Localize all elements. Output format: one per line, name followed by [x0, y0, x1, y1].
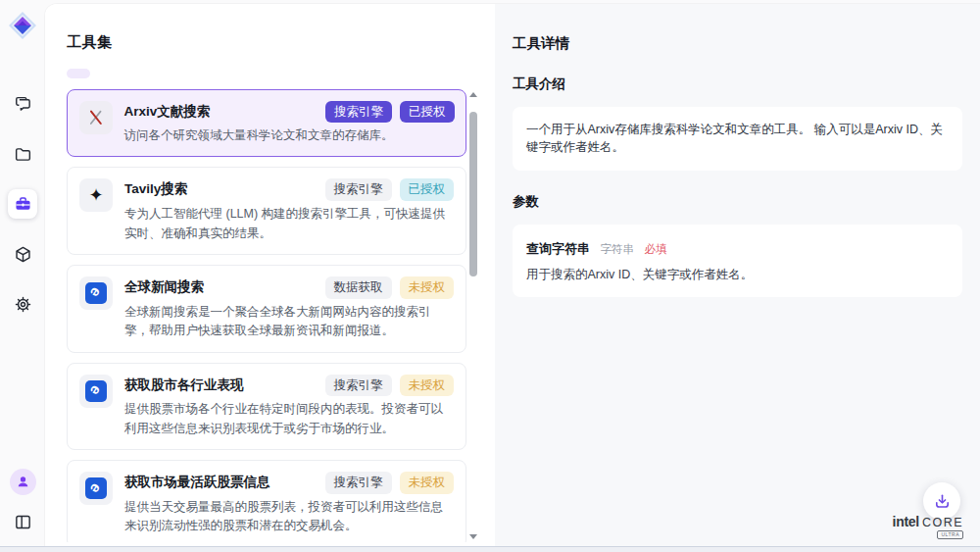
news-aggregator-icon: e	[85, 282, 107, 304]
tool-badges: 搜索引擎 未授权	[325, 472, 455, 494]
tool-title: 全球新闻搜索	[124, 276, 318, 296]
toolbox-icon[interactable]	[8, 189, 37, 219]
param-name: 查询字符串	[526, 241, 590, 256]
detail-title: 工具详情	[513, 34, 962, 53]
tool-body: Arxiv文献搜索 搜索引擎 已授权 访问各个研究领域大量科学论文和文章的存储库…	[124, 101, 455, 146]
left-rail	[0, 0, 45, 546]
settings-gear-icon[interactable]	[8, 289, 37, 319]
app-logo-icon	[8, 11, 37, 40]
rail-nav	[8, 89, 37, 319]
toolset-panel: 工具集 ✦ e	[45, 4, 495, 546]
page-title: 工具集	[67, 33, 495, 52]
intro-heading: 工具介绍	[513, 75, 962, 93]
tool-title: Tavily搜索	[124, 178, 318, 198]
tool-card[interactable]: ✦ e Tavily搜索	[67, 167, 466, 255]
param-type: 字符串	[600, 243, 634, 255]
tool-card[interactable]: ✦ e 全球新闻搜索 数据	[67, 265, 466, 353]
tool-body: Tavily搜索 搜索引擎 已授权 专为人工智能代理 (LLM) 构建的搜索引擎…	[124, 178, 454, 243]
category-badge: 搜索引擎	[325, 375, 392, 397]
tool-icon: ✦ e	[79, 101, 113, 134]
window-bottom-edge	[0, 546, 980, 552]
user-avatar[interactable]	[10, 469, 36, 495]
tool-description: 专为人工智能代理 (LLM) 构建的搜索引擎工具，可快速提供实时、准确和真实的结…	[124, 205, 454, 243]
tool-icon: ✦ e	[79, 375, 113, 408]
category-tabs	[67, 69, 495, 78]
intel-core-logo: intel CORE ULTRA	[893, 514, 963, 539]
params-heading: 参数	[513, 193, 962, 211]
param-description: 用于搜索的Arxiv ID、关键字或作者姓名。	[526, 267, 949, 283]
intro-box: 一个用于从Arxiv存储库搜索科学论文和文章的工具。 输入可以是Arxiv ID…	[513, 107, 962, 172]
scroll-up-icon[interactable]	[469, 92, 477, 97]
auth-badge: 未授权	[400, 472, 455, 494]
scroll-down-icon[interactable]	[469, 534, 477, 539]
ultra-badge: ULTRA	[937, 530, 963, 539]
param-required-flag: 必填	[644, 243, 666, 255]
intel-wordmark: intel	[893, 514, 919, 529]
tool-card[interactable]: ✦ e Arxiv文献搜索	[67, 89, 466, 157]
category-badge: 搜索引擎	[325, 472, 392, 494]
tool-badges: 搜索引擎 未授权	[325, 375, 455, 397]
cube-icon[interactable]	[8, 239, 37, 269]
folder-icon[interactable]	[8, 139, 37, 169]
auth-badge: 已授权	[400, 101, 455, 124]
news-aggregator-icon: e	[85, 380, 107, 402]
main-area: 工具集 ✦ e	[45, 4, 980, 546]
scrollbar-thumb[interactable]	[469, 112, 477, 276]
auth-badge: 未授权	[400, 375, 455, 397]
tool-icon: ✦ e	[79, 472, 113, 505]
category-badge: 搜索引擎	[325, 101, 392, 124]
tool-body: 获取股市各行业表现 搜索引擎 未授权 提供股票市场各个行业在特定时间段内的表现。…	[124, 375, 454, 439]
chat-icon[interactable]	[8, 89, 37, 119]
download-icon	[933, 492, 952, 511]
list-scrollbar[interactable]	[468, 90, 478, 541]
tool-body: 获取市场最活跃股票信息 搜索引擎 未授权 提供当天交易量最高的股票列表，投资者可…	[124, 472, 454, 536]
category-tab[interactable]	[67, 69, 90, 78]
tool-icon: ✦ e	[79, 276, 113, 310]
tool-title: 获取市场最活跃股票信息	[124, 472, 318, 491]
auth-badge: 已授权	[400, 178, 455, 201]
tool-description: 全球新闻搜索是一个聚合全球各大新闻网站内容的搜索引擎，帮助用户快速获取全球最新资…	[124, 303, 454, 341]
tool-description: 提供股票市场各个行业在特定时间段内的表现。投资者可以利用这些信息来识别表现优于或…	[124, 400, 454, 438]
tool-body: 全球新闻搜索 数据获取 未授权 全球新闻搜索是一个聚合全球各大新闻网站内容的搜索…	[124, 276, 454, 341]
tool-description: 访问各个研究领域大量科学论文和文章的存储库。	[124, 126, 455, 145]
tool-badges: 搜索引擎 已授权	[325, 101, 455, 124]
app-window: 工具集 ✦ e	[0, 0, 980, 546]
arxiv-logo-icon	[86, 108, 106, 127]
split-view-icon[interactable]	[8, 507, 37, 536]
tool-badges: 数据获取 未授权	[325, 276, 455, 299]
tool-list: ✦ e Arxiv文献搜索	[67, 89, 466, 542]
tool-detail-panel: 工具详情 工具介绍 一个用于从Arxiv存储库搜索科学论文和文章的工具。 输入可…	[495, 4, 980, 546]
params-box: 查询字符串 字符串 必填 用于搜索的Arxiv ID、关键字或作者姓名。	[513, 225, 962, 298]
category-badge: 数据获取	[325, 276, 392, 299]
param-item: 查询字符串 字符串 必填 用于搜索的Arxiv ID、关键字或作者姓名。	[526, 238, 949, 284]
tool-badges: 搜索引擎 已授权	[325, 178, 455, 201]
tool-card[interactable]: ✦ e 获取股市各行业表现	[67, 363, 466, 451]
star-icon: ✦	[88, 186, 103, 204]
tool-card[interactable]: ✦ e 获取市场最活跃股票信息	[67, 460, 466, 542]
tool-title: Arxiv文献搜索	[124, 101, 318, 121]
category-badge: 搜索引擎	[325, 178, 392, 201]
tool-icon: ✦ e	[79, 178, 113, 212]
tool-title: 获取股市各行业表现	[124, 375, 318, 394]
auth-badge: 未授权	[400, 276, 455, 299]
core-wordmark: CORE	[922, 516, 963, 529]
intro-text: 一个用于从Arxiv存储库搜索科学论文和文章的工具。 输入可以是Arxiv ID…	[526, 121, 949, 158]
news-aggregator-icon: e	[85, 477, 107, 499]
tool-description: 提供当天交易量最高的股票列表，投资者可以利用这些信息来识别流动性强的股票和潜在的…	[124, 498, 454, 536]
